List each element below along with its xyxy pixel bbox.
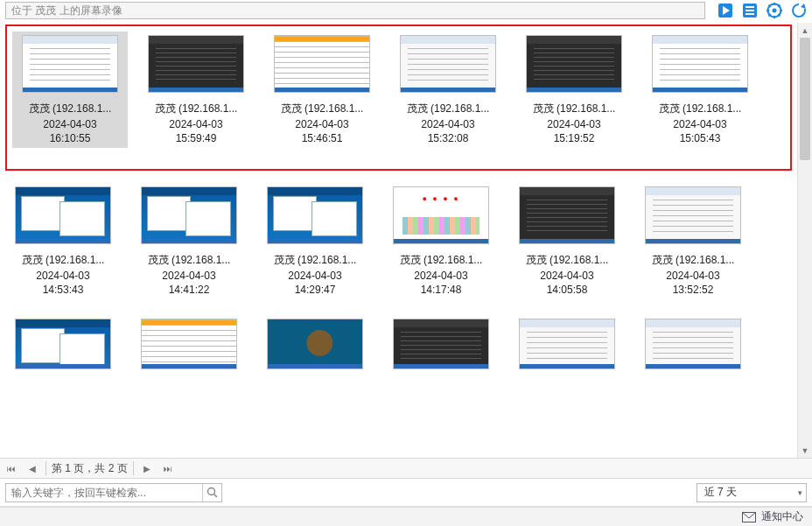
item-date: 2024-04-03 xyxy=(295,118,348,130)
thumbnail-image[interactable] xyxy=(526,35,622,93)
item-date: 2024-04-03 xyxy=(666,270,719,282)
item-name: 茂茂 (192.168.1... xyxy=(400,253,483,268)
recording-item[interactable] xyxy=(509,315,625,373)
thumbnail-image[interactable] xyxy=(15,186,111,244)
recording-item[interactable]: 茂茂 (192.168.1...2024-04-0315:19:52 xyxy=(516,32,632,148)
gear-icon[interactable] xyxy=(766,3,782,18)
pager-last-button[interactable]: ⏭ xyxy=(160,460,176,476)
recording-item[interactable]: 茂茂 (192.168.1...2024-04-0313:52:52 xyxy=(635,183,751,299)
search-button[interactable] xyxy=(202,484,221,501)
item-date: 2024-04-03 xyxy=(162,270,215,282)
thumbnail-image[interactable] xyxy=(400,35,496,93)
item-time: 14:41:22 xyxy=(169,284,210,296)
recording-item[interactable]: 茂茂 (192.168.1...2024-04-0315:05:43 xyxy=(642,32,758,148)
mail-icon[interactable] xyxy=(742,512,756,522)
svg-marker-16 xyxy=(801,4,806,9)
svg-rect-3 xyxy=(746,6,754,8)
item-name: 茂茂 (192.168.1... xyxy=(533,102,616,116)
scroll-down-button[interactable]: ▼ xyxy=(798,443,812,458)
play-icon[interactable] xyxy=(718,3,733,18)
pager-next-button[interactable]: ▶ xyxy=(139,460,155,476)
vertical-scrollbar[interactable]: ▲ ▼ xyxy=(797,23,812,458)
item-date: 2024-04-03 xyxy=(547,118,600,130)
recording-item[interactable]: 茂茂 (192.168.1...2024-04-0314:05:58 xyxy=(509,183,625,299)
item-date: 2024-04-03 xyxy=(36,270,89,282)
item-time: 16:10:55 xyxy=(50,132,91,144)
recording-item[interactable]: 茂茂 (192.168.1...2024-04-0315:59:49 xyxy=(138,32,254,148)
highlight-box: 茂茂 (192.168.1...2024-04-0316:10:55茂茂 (19… xyxy=(5,25,792,171)
svg-rect-5 xyxy=(746,13,754,15)
item-date: 2024-04-03 xyxy=(673,118,726,130)
item-name: 茂茂 (192.168.1... xyxy=(659,102,742,116)
status-label[interactable]: 通知中心 xyxy=(761,509,803,524)
thumbnail-image[interactable] xyxy=(267,319,363,369)
top-icons xyxy=(718,2,807,18)
thumbnail-image[interactable] xyxy=(267,186,363,244)
status-bar: 通知中心 xyxy=(0,507,812,526)
item-name: 茂茂 (192.168.1... xyxy=(22,253,105,268)
recording-item[interactable] xyxy=(383,315,499,373)
pager-bar: ⏮ ◀ 第 1 页，共 2 页 ▶ ⏭ xyxy=(0,458,812,479)
list-icon[interactable] xyxy=(742,3,758,18)
pager-prev-button[interactable]: ◀ xyxy=(24,460,40,476)
thumbnail-image[interactable] xyxy=(141,186,237,244)
item-date: 2024-04-03 xyxy=(169,118,222,130)
item-time: 15:46:51 xyxy=(302,132,343,144)
item-time: 15:05:43 xyxy=(680,132,721,144)
refresh-icon[interactable] xyxy=(791,3,807,18)
svg-point-17 xyxy=(208,488,215,495)
thumbnail-image[interactable] xyxy=(274,35,370,93)
recording-item[interactable]: 茂茂 (192.168.1...2024-04-0316:10:55 xyxy=(12,32,128,148)
recording-item[interactable] xyxy=(5,315,121,373)
thumbnail-image[interactable] xyxy=(652,35,748,93)
recording-item[interactable]: 茂茂 (192.168.1...2024-04-0314:29:47 xyxy=(257,183,373,299)
thumbnail-image[interactable] xyxy=(519,319,615,369)
date-range-label: 近 7 天 xyxy=(704,485,737,500)
thumbnail-grid: 茂茂 (192.168.1...2024-04-0316:10:55茂茂 (19… xyxy=(0,23,797,458)
thumbnail-image[interactable] xyxy=(141,319,237,369)
search-wrap xyxy=(5,483,222,502)
item-name: 茂茂 (192.168.1... xyxy=(29,102,112,116)
pager-first-button[interactable]: ⏮ xyxy=(4,460,19,476)
scroll-up-button[interactable]: ▲ xyxy=(798,23,812,38)
thumbnail-image[interactable] xyxy=(645,186,741,244)
item-time: 14:29:47 xyxy=(295,284,336,296)
recording-item[interactable] xyxy=(635,315,751,373)
thumbnail-image[interactable]: ● ● ● ● xyxy=(393,186,489,244)
thumbnail-image[interactable] xyxy=(22,35,118,93)
thumbnail-image[interactable] xyxy=(519,186,615,244)
title-input[interactable] xyxy=(5,2,705,19)
item-time: 15:32:08 xyxy=(428,132,469,144)
recording-item[interactable]: 茂茂 (192.168.1...2024-04-0314:53:43 xyxy=(5,183,121,299)
item-time: 14:53:43 xyxy=(43,284,84,296)
item-time: 14:17:48 xyxy=(421,284,462,296)
item-date: 2024-04-03 xyxy=(414,270,467,282)
recording-item[interactable] xyxy=(131,315,247,373)
thumbnail-image[interactable] xyxy=(645,319,741,369)
filter-bar: 近 7 天 ▾ xyxy=(0,479,812,507)
item-name: 茂茂 (192.168.1... xyxy=(407,102,490,116)
top-bar xyxy=(0,0,812,23)
scroll-thumb[interactable] xyxy=(800,38,810,160)
recording-item[interactable]: 茂茂 (192.168.1...2024-04-0315:32:08 xyxy=(390,32,506,148)
item-time: 15:19:52 xyxy=(554,132,595,144)
item-time: 13:52:52 xyxy=(673,284,714,296)
recording-item[interactable] xyxy=(257,315,373,373)
scroll-track[interactable] xyxy=(798,38,812,443)
thumbnail-image[interactable] xyxy=(15,319,111,369)
chevron-down-icon: ▾ xyxy=(798,488,802,497)
item-date: 2024-04-03 xyxy=(540,270,593,282)
item-name: 茂茂 (192.168.1... xyxy=(148,253,231,268)
date-range-select[interactable]: 近 7 天 ▾ xyxy=(696,483,807,502)
search-input[interactable] xyxy=(6,487,202,499)
svg-point-7 xyxy=(773,9,777,13)
item-time: 14:05:58 xyxy=(547,284,588,296)
thumbnail-image[interactable] xyxy=(393,319,489,369)
item-name: 茂茂 (192.168.1... xyxy=(652,253,735,268)
recording-item[interactable]: ● ● ● ●茂茂 (192.168.1...2024-04-0314:17:4… xyxy=(383,183,499,299)
recording-item[interactable]: 茂茂 (192.168.1...2024-04-0314:41:22 xyxy=(131,183,247,299)
item-time: 15:59:49 xyxy=(176,132,217,144)
item-name: 茂茂 (192.168.1... xyxy=(281,102,364,116)
thumbnail-image[interactable] xyxy=(148,35,244,93)
recording-item[interactable]: 茂茂 (192.168.1...2024-04-0315:46:51 xyxy=(264,32,380,148)
